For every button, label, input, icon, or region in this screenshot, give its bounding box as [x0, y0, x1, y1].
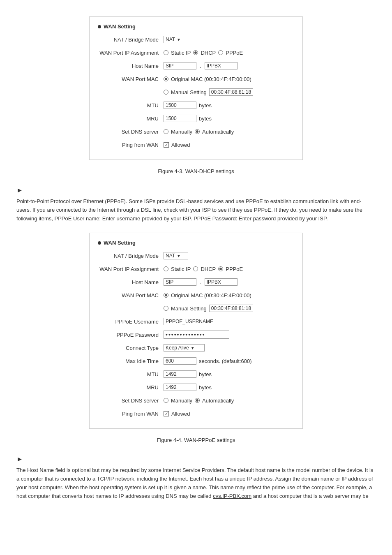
mtu-input-1[interactable]: 1500	[164, 102, 196, 109]
wan-setting-label-1: WAN Setting	[104, 23, 136, 30]
original-mac-row-1: Original MAC (00:30:4F:4F:00:00)	[164, 76, 251, 82]
wan-ip-label-2: WAN Port IP Assignment	[98, 266, 164, 272]
dhcp-radio-2[interactable]	[193, 266, 198, 271]
static-ip-radio-2[interactable]	[164, 266, 168, 271]
dns-row-2: Set DNS server Manually Automatically	[98, 395, 294, 405]
wan-ip-assignment-row-1: WAN Port IP Assignment Static IP DHCP PP…	[98, 48, 294, 58]
host-name-input2-2[interactable]: IPPBX	[205, 278, 238, 286]
mru-value-1: 1500 bytes	[164, 115, 212, 122]
mru-input-2[interactable]: 1492	[164, 384, 196, 391]
manual-setting-row-2: Manual Setting 00:30:4F:88:81:18	[164, 305, 253, 312]
wan-setting-title-1: WAN Setting	[98, 23, 294, 30]
wan-ip-assignment-row-2: WAN Port IP Assignment Static IP DHCP PP…	[98, 264, 294, 274]
wan-mac-value-2: Original MAC (00:30:4F:4F:00:00)	[164, 292, 251, 298]
pppoe-password-input[interactable]: ••••••••••••••	[164, 331, 229, 339]
host-name-input2-1[interactable]: IPPBX	[205, 62, 238, 69]
automatically-radio-1[interactable]	[195, 129, 200, 134]
wan-setting-box-1: WAN Setting NAT / Bridge Mode NAT ▼ WAN …	[89, 16, 303, 160]
pppoe-password-label: PPPoE Password	[98, 332, 164, 338]
host-name-input-1[interactable]: SIP	[164, 62, 196, 69]
figure2-section: WAN Setting NAT / Bridge Mode NAT ▼ WAN …	[16, 229, 376, 443]
original-mac-radio-1[interactable]	[164, 76, 168, 81]
automatically-radio-2[interactable]	[195, 398, 200, 403]
bullet-icon-1	[98, 25, 101, 28]
ping-checkbox-1[interactable]: ✓	[164, 142, 169, 148]
mtu-label-2: MTU	[98, 371, 164, 377]
nat-bridge-mode-row-1: NAT / Bridge Mode NAT ▼	[98, 35, 294, 44]
max-idle-time-input[interactable]: 600	[164, 357, 196, 365]
mru-row-1: MRU 1500 bytes	[98, 113, 294, 123]
cvs-link[interactable]: cvs.IP-PBX.com	[213, 493, 251, 499]
static-ip-radio-1[interactable]	[164, 50, 168, 55]
wan-mac-value-1: Original MAC (00:30:4F:4F:00:00)	[164, 76, 251, 82]
pppoe-label-1: PPPoE	[226, 50, 243, 56]
pppoe-username-input[interactable]: PPPOE_USERNAME	[164, 318, 229, 325]
manual-mac-radio-1[interactable]	[164, 90, 168, 95]
arrow-bullet-1: ►	[16, 187, 376, 194]
ping-label-2: Ping from WAN	[98, 411, 164, 417]
connect-type-value: Keep Alive ▼	[164, 344, 205, 352]
separator-2: .	[200, 279, 201, 285]
mtu-row-1: MTU 1500 bytes	[98, 100, 294, 110]
wan-setting-label-2: WAN Setting	[104, 240, 136, 246]
manually-label-1: Manually	[171, 129, 192, 135]
wan-setting-box-2: WAN Setting NAT / Bridge Mode NAT ▼ WAN …	[89, 233, 303, 429]
manual-mac-radio-2[interactable]	[164, 306, 168, 311]
separator-1: .	[200, 63, 201, 69]
nat-bridge-label-1: NAT / Bridge Mode	[98, 37, 164, 43]
wan-mac-row-1: WAN Port MAC Original MAC (00:30:4F:4F:0…	[98, 74, 294, 84]
pppoe-password-value: ••••••••••••••	[164, 331, 229, 339]
manually-radio-1[interactable]	[164, 129, 168, 134]
nat-bridge-value-2: NAT ▼	[164, 252, 188, 259]
pppoe-radio-1[interactable]	[218, 50, 223, 55]
dhcp-radio-1[interactable]	[193, 50, 198, 55]
mtu-label-1: MTU	[98, 102, 164, 109]
manual-setting-row-1: Manual Setting 00:30:4F:88:81:18	[164, 88, 253, 96]
connect-type-text: Keep Alive	[166, 345, 189, 351]
nat-bridge-value-1: NAT ▼	[164, 36, 188, 43]
host-name-input-2[interactable]: SIP	[164, 278, 196, 286]
dns-value-1: Manually Automatically	[164, 129, 234, 135]
mru-unit-1: bytes	[199, 116, 212, 122]
nat-select-2[interactable]: NAT ▼	[164, 252, 188, 259]
connect-type-row: Connect Type Keep Alive ▼	[98, 343, 294, 353]
original-mac-row-2: Original MAC (00:30:4F:4F:00:00)	[164, 292, 251, 298]
wan-mac-label-2: WAN Port MAC	[98, 292, 164, 298]
automatically-label-2: Automatically	[202, 398, 234, 404]
nat-select-1[interactable]: NAT ▼	[164, 36, 188, 43]
wan-ip-value-1: Static IP DHCP PPPoE	[164, 50, 243, 56]
max-idle-time-value: 600 seconds. (default:600)	[164, 357, 252, 365]
manual-mac-input-2[interactable]: 00:30:4F:88:81:18	[209, 305, 253, 312]
ping-allowed-label-1: Allowed	[171, 142, 190, 148]
manual-mac-input-1[interactable]: 00:30:4F:88:81:18	[209, 88, 253, 96]
manually-radio-2[interactable]	[164, 398, 168, 403]
dns-radio-group-1: Manually Automatically	[164, 129, 234, 135]
dns-label-1: Set DNS server	[98, 129, 164, 135]
ping-value-1: ✓ Allowed	[164, 142, 190, 148]
wan-mac-manual-value-1: Manual Setting 00:30:4F:88:81:18	[164, 88, 253, 96]
mru-label-2: MRU	[98, 384, 164, 391]
ping-value-2: ✓ Allowed	[164, 411, 190, 417]
dns-radio-group-2: Manually Automatically	[164, 398, 234, 404]
connect-type-arrow-icon: ▼	[191, 346, 195, 350]
dns-value-2: Manually Automatically	[164, 398, 234, 404]
connect-type-select[interactable]: Keep Alive ▼	[164, 344, 205, 352]
host-name-label-2: Host Name	[98, 279, 164, 285]
pppoe-radio-2[interactable]	[218, 266, 223, 271]
select-arrow-icon-1: ▼	[177, 37, 181, 42]
mru-input-1[interactable]: 1500	[164, 115, 196, 122]
mtu-input-2[interactable]: 1492	[164, 370, 196, 378]
ping-row-1: Ping from WAN ✓ Allowed	[98, 140, 294, 150]
original-mac-radio-2[interactable]	[164, 293, 168, 298]
pppoe-username-label: PPPoE Username	[98, 319, 164, 325]
wan-ip-value-2: Static IP DHCP PPPoE	[164, 266, 243, 272]
mtu-value-2: 1492 bytes	[164, 370, 212, 378]
host-name-value-1: SIP . IPPBX	[164, 62, 238, 69]
dhcp-label-2: DHCP	[201, 266, 216, 272]
ping-checkbox-2[interactable]: ✓	[164, 411, 169, 416]
wan-mac-manual-value-2: Manual Setting 00:30:4F:88:81:18	[164, 305, 253, 312]
mru-value-2: 1492 bytes	[164, 384, 212, 391]
manually-label-2: Manually	[171, 398, 192, 404]
wan-mac-label-1: WAN Port MAC	[98, 76, 164, 82]
mru-row-2: MRU 1492 bytes	[98, 382, 294, 392]
